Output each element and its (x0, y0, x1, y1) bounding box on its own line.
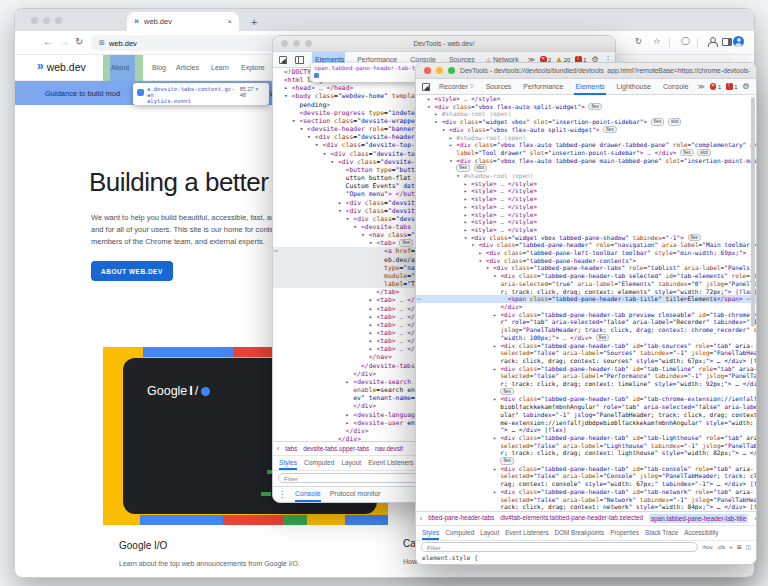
back-icon[interactable]: ← (43, 37, 53, 47)
sync-icon[interactable]: ↻ (635, 37, 642, 46)
element-style-rule[interactable]: element.style { (416, 552, 756, 564)
computed-panel-icon[interactable]: ◫ (746, 544, 751, 550)
dom-tree-line[interactable]: r; track: click, drag; context: lighthou… (416, 449, 756, 457)
dom-tree-line[interactable]: rag; context: console" style="width: 67p… (416, 480, 756, 488)
profile-person-icon[interactable] (707, 37, 716, 47)
scrollbar[interactable] (751, 97, 755, 327)
site-info-icon[interactable]: ⊞ (99, 39, 104, 47)
dom-tree-line[interactable]: ular" tabindex="-1" jslog="PanelTabHeade… (416, 411, 756, 419)
breadcrumb[interactable]: tabs (285, 445, 297, 452)
breadcrumb[interactable]: nav.devsit (375, 445, 403, 452)
dom-tree-line[interactable]: ▸ <div class="tabbed-pane-header-tab" id… (416, 434, 756, 442)
dom-tree-line[interactable]: r; track: click, drag; context: elements… (416, 288, 756, 296)
site-logo[interactable]: » web.dev (37, 61, 86, 73)
nav-item-blog[interactable]: Blog (152, 64, 166, 71)
panel-tab[interactable]: Lighthouse ▽ (616, 79, 652, 95)
dom-tree-line[interactable]: ▸ <style> … </style> (416, 180, 756, 188)
status-badge[interactable]: 1 (726, 83, 737, 90)
sidebar-tab[interactable]: Event Listeners (368, 456, 413, 470)
breadcrumb[interactable]: span.tabbed-pane-header-tab-title (649, 514, 748, 523)
dom-tree-line[interactable]: ▾ <div class="vbox flex-auto tabbed-pane… (416, 157, 756, 165)
dom-tree-line[interactable]: rack: click, drag; context: sources" sty… (416, 357, 756, 365)
dom-tree-line[interactable]: ▾ <div class="vbox flex-auto split-widge… (416, 126, 756, 134)
styles-filter-input[interactable] (421, 542, 698, 552)
sidebar-tab[interactable]: Computed (445, 526, 474, 540)
panel-tab[interactable]: Console ▽ (662, 79, 690, 95)
forward-icon[interactable]: → (59, 37, 69, 47)
dom-tree-line[interactable]: flex (416, 457, 756, 465)
about-webdev-button[interactable]: ABOUT WEB.DEV (91, 261, 173, 281)
window-controls[interactable] (31, 17, 62, 24)
extensions-icon[interactable]: ◯ (681, 37, 690, 45)
dom-tree-line[interactable]: ▸ <style> … </style> (416, 187, 756, 195)
panel-tab[interactable]: Performance ▽ (522, 79, 564, 95)
dom-tree-line[interactable]: selected="false" aria-label="Performance… (416, 372, 756, 380)
avatar[interactable] (733, 36, 744, 47)
dom-tree-line[interactable]: selected="false" aria-label="Sources" ta… (416, 349, 756, 357)
dom-tree-line[interactable]: ▾ <div class="tabbed-pane-header-tab sel… (416, 272, 756, 280)
dom-tree-line[interactable]: ▸ <style> … </style> (416, 195, 756, 203)
panel-tab[interactable]: Sources ▽ (485, 79, 513, 95)
sidebar-tab[interactable]: Styles (279, 456, 297, 470)
more-tabs-icon[interactable]: ≫ (698, 83, 705, 91)
dom-tree-line[interactable]: ▸ <div class="tabbed-pane-header-tab" id… (416, 395, 756, 403)
dom-tree-line[interactable]: </div> (416, 303, 756, 311)
dom-tree-line[interactable]: ▸ <div class="tabbed-pane-header-tab" id… (416, 465, 756, 473)
tab-close-icon[interactable]: × (227, 17, 232, 26)
status-badge[interactable]: 1 (710, 83, 721, 90)
dom-tree-line[interactable]: ▾ <div class="vbox flex-auto split-widge… (416, 103, 756, 111)
dom-tree-line[interactable]: selected="false" aria-label="Lighthouse"… (416, 442, 756, 450)
dom-tree-line[interactable]: ▸ <style> … </style> (416, 211, 756, 219)
sidebar-tab[interactable]: Computed (304, 456, 334, 470)
crumbs-left-icon[interactable]: ‹ (277, 445, 279, 452)
drawer-menu-icon[interactable]: ⋮ (278, 490, 286, 499)
breadcrumb[interactable]: devsite-tabs.upper-tabs (303, 445, 369, 452)
sidebar-tab[interactable]: Stack Trace (645, 526, 678, 540)
dom-tree-line[interactable]: ▸ <div class="tabbed-pane-left-toolbar t… (416, 249, 756, 257)
dom-tree-line[interactable]: bioblfackkekamfmbnhAngular" role="tab" a… (416, 403, 756, 411)
settings-gear-icon[interactable]: ⚙ (742, 82, 749, 91)
dom-tree-line[interactable]: ▾ <div class="tabbed-pane-header-tabs" r… (416, 264, 756, 272)
dom-tree-line[interactable]: ▸ <div class="tabbed-pane-header-tab" id… (416, 342, 756, 350)
dom-tree-line[interactable]: ▾ <div class="tabbed-pane-header-content… (416, 257, 756, 265)
style-toggle[interactable]: + (729, 544, 732, 550)
browser-tab[interactable]: » web.dev × (127, 12, 239, 31)
sidebar-tab[interactable]: DOM Breakpoints (555, 526, 605, 540)
dom-tree-line[interactable]: rack: click, drag; context: network" sty… (416, 503, 756, 511)
panel-tab[interactable]: Recorder ▽ (438, 79, 475, 95)
dom-tree-line[interactable]: me-extension://ienfalfjdbdpebioblfackkek… (416, 419, 756, 427)
side-panel-icon[interactable] (722, 38, 732, 46)
dom-tree-line[interactable]: ▸ <style> … </style> (416, 203, 756, 211)
breadcrumb[interactable]: div#tab-elements.tabbed-pane-header-tab.… (500, 514, 643, 523)
inspect-element-icon[interactable] (422, 83, 430, 91)
dom-tree-line[interactable]: ▸ <div class="tabbed-pane-header-tab" id… (416, 488, 756, 496)
inspect-element-icon[interactable] (279, 56, 287, 64)
dom-tree-line[interactable]: ▾ #shadow-root (open) (416, 172, 756, 180)
panel-tab[interactable]: Elements ▽ (574, 79, 605, 95)
dom-tree-line[interactable]: ▸ <div class="tabbed-pane-header-tab pre… (416, 311, 756, 319)
dom-tree-line[interactable]: ▸ <div class="vbox flex-auto tabbed-pane… (416, 141, 756, 149)
bookmark-star-icon[interactable]: ☆ (653, 37, 661, 46)
reload-icon[interactable]: ↻ (75, 37, 83, 47)
grid-editor-icon[interactable]: ⊞ (737, 544, 742, 550)
window-controls[interactable] (424, 67, 455, 74)
sidebar-tab[interactable]: Accessibility (684, 526, 718, 540)
style-toggle[interactable]: .cls (717, 544, 726, 550)
dom-tree-line[interactable]: selected="false" aria-label="Console" js… (416, 472, 756, 480)
device-toolbar-icon[interactable] (295, 56, 304, 64)
dom-tree-line[interactable]: ▸ <style> … </style> (416, 95, 756, 103)
new-tab-button[interactable]: + (251, 17, 257, 28)
sidebar-tab[interactable]: Layout (341, 456, 361, 470)
nav-item-about[interactable]: About (111, 64, 129, 71)
nav-item-explore[interactable]: Explore (241, 64, 265, 71)
sidebar-tab[interactable]: Properties (610, 526, 639, 540)
dom-tree-line[interactable]: ▸ <style> … </style> (416, 226, 756, 234)
sidebar-tab[interactable]: Event Listeners (505, 526, 548, 540)
drawer-tab[interactable]: Console (295, 487, 321, 502)
dom-tree-line[interactable]: r" role="tab" aria-selected="false" aria… (416, 318, 756, 326)
dom-tree-line[interactable]: selected="false" aria-label="Network" ta… (416, 496, 756, 504)
nav-item-learn[interactable]: Learn (211, 64, 229, 71)
dom-tree-line[interactable]: ▾ <div class="widget vbox" slot="inserti… (416, 118, 756, 126)
dom-tree-line[interactable]: ▸ <style> … </style> (416, 218, 756, 226)
dom-tree-line[interactable]: ▸ #shadow-root (open) (416, 110, 756, 118)
